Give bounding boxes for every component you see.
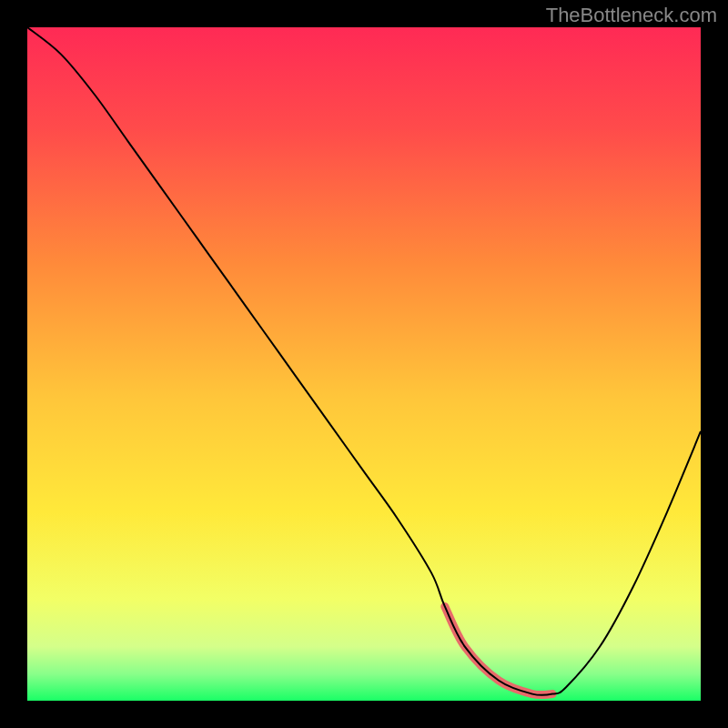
bottleneck-curve bbox=[27, 27, 701, 695]
watermark-text: TheBottleneck.com bbox=[546, 4, 717, 27]
highlight-segment bbox=[445, 606, 552, 694]
chart-svg bbox=[27, 27, 701, 701]
plot-area bbox=[27, 27, 701, 701]
